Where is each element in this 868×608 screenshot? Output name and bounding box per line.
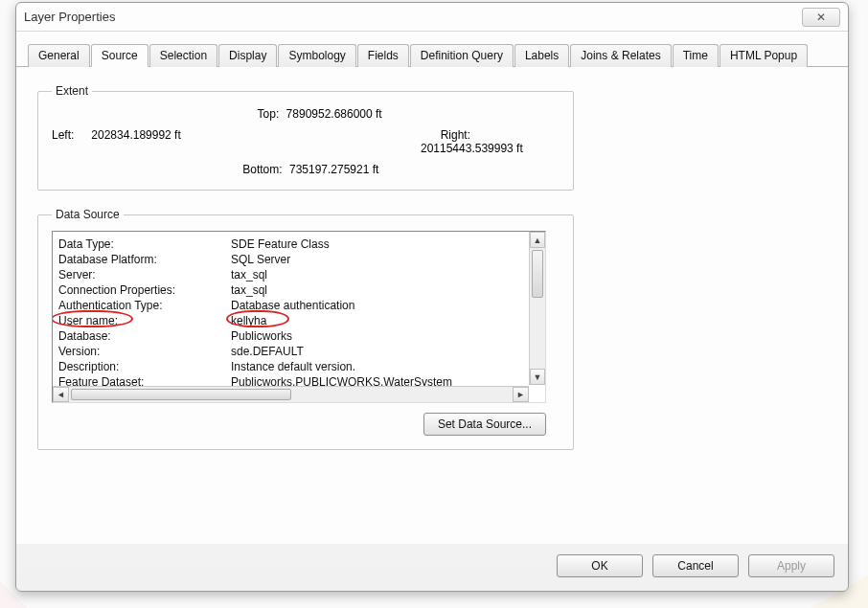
- ds-label-database: Database:: [58, 329, 231, 343]
- tab-time[interactable]: Time: [673, 44, 719, 67]
- extent-legend: Extent: [52, 84, 92, 98]
- tab-fields[interactable]: Fields: [357, 44, 409, 67]
- ds-value-user-name: kellyha: [231, 314, 528, 327]
- close-icon: ✕: [816, 11, 826, 24]
- extent-top-value: 7890952.686000 ft: [286, 107, 382, 121]
- cancel-button[interactable]: Cancel: [652, 554, 739, 577]
- dialog-footer: OK Cancel Apply: [16, 544, 848, 591]
- tab-display[interactable]: Display: [218, 44, 277, 67]
- hscroll-track[interactable]: [69, 387, 513, 402]
- ds-value-data-type: SDE Feature Class: [231, 237, 528, 251]
- data-source-legend: Data Source: [52, 208, 124, 221]
- set-data-source-button[interactable]: Set Data Source...: [423, 413, 546, 436]
- tab-general[interactable]: General: [28, 44, 90, 67]
- ds-label-version: Version:: [58, 345, 231, 358]
- extent-right-value: 20115443.539993 ft: [421, 142, 523, 155]
- vscroll-track[interactable]: [530, 248, 545, 369]
- tab-source[interactable]: Source: [91, 44, 148, 67]
- window-title: Layer Properties: [24, 10, 802, 24]
- tab-joins-relates[interactable]: Joins & Relates: [570, 44, 671, 67]
- ok-button[interactable]: OK: [557, 554, 643, 577]
- ds-value-version: sde.DEFAULT: [231, 345, 528, 358]
- titlebar: Layer Properties ✕: [16, 3, 848, 32]
- ds-label-conn-props: Connection Properties:: [58, 283, 231, 297]
- extent-right-label: Right:: [421, 128, 470, 142]
- ds-value-database: Publicworks: [231, 329, 528, 343]
- tab-html-popup[interactable]: HTML Popup: [720, 44, 808, 67]
- tabstrip: General Source Selection Display Symbolo…: [16, 32, 848, 67]
- extent-left-value: 202834.189992 ft: [91, 128, 180, 142]
- ds-value-server: tax_sql: [231, 268, 528, 281]
- extent-top-label: Top:: [229, 107, 279, 121]
- tab-content: Extent Top: 7890952.686000 ft Left: 2028…: [16, 67, 848, 544]
- layer-properties-dialog: Layer Properties ✕ General Source Select…: [15, 2, 849, 592]
- close-button[interactable]: ✕: [802, 8, 840, 27]
- tab-selection[interactable]: Selection: [149, 44, 217, 67]
- ds-label-description: Description:: [58, 360, 231, 373]
- extent-left-label: Left:: [52, 128, 84, 142]
- apply-button[interactable]: Apply: [748, 554, 834, 577]
- ds-value-auth-type: Database authentication: [231, 299, 528, 312]
- ds-label-db-platform: Database Platform:: [58, 253, 231, 266]
- ds-label-auth-type: Authentication Type:: [58, 299, 231, 312]
- hscroll-thumb[interactable]: [71, 389, 291, 400]
- scroll-up-arrow-icon[interactable]: ▲: [530, 232, 545, 248]
- data-source-group: Data Source Data Type: SDE Feature Class…: [37, 208, 574, 450]
- vscroll-thumb[interactable]: [532, 250, 543, 298]
- ds-label-data-type: Data Type:: [58, 237, 231, 251]
- extent-bottom-value: 735197.275921 ft: [289, 163, 378, 176]
- vertical-scrollbar[interactable]: ▲ ▼: [529, 232, 545, 385]
- scroll-left-arrow-icon[interactable]: ◄: [53, 387, 69, 402]
- tab-labels[interactable]: Labels: [514, 44, 569, 67]
- extent-bottom-label: Bottom:: [233, 163, 283, 176]
- ds-value-description: Instance default version.: [231, 360, 528, 373]
- scroll-down-arrow-icon[interactable]: ▼: [530, 369, 545, 385]
- ds-label-server: Server:: [58, 268, 231, 281]
- ds-label-user-name: User name:: [58, 314, 231, 327]
- data-source-list[interactable]: Data Type: SDE Feature Class Database Pl…: [52, 231, 546, 403]
- tab-symbology[interactable]: Symbology: [278, 44, 355, 67]
- horizontal-scrollbar[interactable]: ◄ ►: [53, 386, 529, 402]
- tab-definition-query[interactable]: Definition Query: [410, 44, 514, 67]
- ds-value-db-platform: SQL Server: [231, 253, 528, 266]
- extent-group: Extent Top: 7890952.686000 ft Left: 2028…: [37, 84, 574, 191]
- scroll-right-arrow-icon[interactable]: ►: [513, 387, 529, 402]
- ds-value-conn-props: tax_sql: [231, 283, 528, 297]
